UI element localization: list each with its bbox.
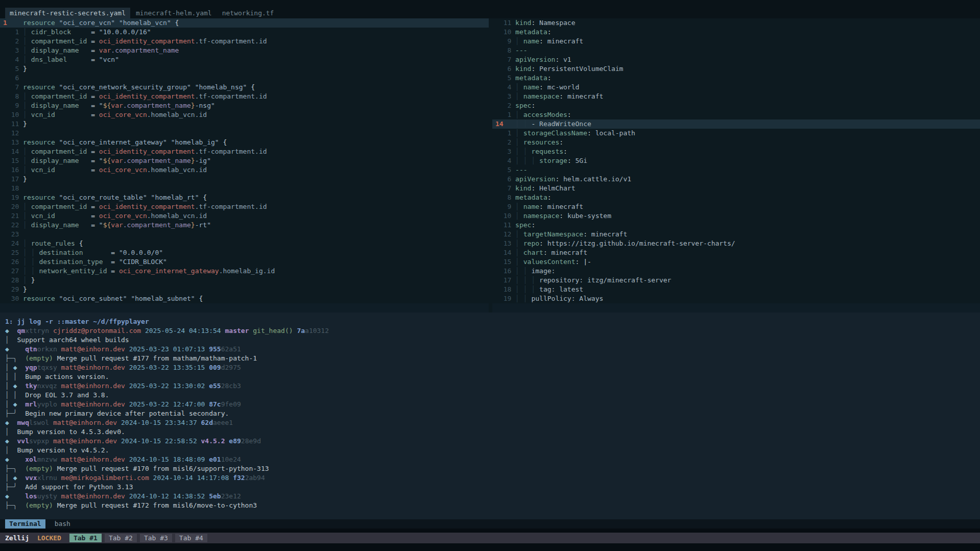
code-line[interactable]: 4│ dns_label = "vcn" (0, 55, 489, 64)
code-line[interactable]: 10│ vcn_id = oci_core_vcn.homelab_vcn.id (0, 110, 489, 119)
buffer-tab[interactable]: minecraft-helm.yaml (131, 8, 217, 18)
terminal-pane[interactable]: 1: jj log -r ::master ~/d/ffpyplayer ◆ q… (0, 313, 980, 519)
code-line[interactable]: 14│ compartment_id = oci_identity_compar… (0, 147, 489, 156)
code-line[interactable]: 9│ name: minecraft (492, 202, 980, 211)
code-line[interactable]: 5--- (492, 165, 980, 175)
syntax-span (543, 83, 547, 91)
syntax-span (543, 203, 547, 210)
code-line[interactable]: 25│ │ destination = "0.0.0.0/0" (0, 248, 489, 257)
syntax-span: Add support for Python 3.13 (25, 483, 133, 491)
code-line[interactable]: 30resource "oci_core_subnet" "homelab_su… (0, 294, 489, 303)
code-line[interactable]: 5} (0, 64, 489, 74)
code-line[interactable]: 6kind: PersistentVolumeClaim (492, 64, 980, 74)
syntax-span (519, 138, 523, 146)
syntax-span: vvx (25, 474, 37, 482)
code-line[interactable]: 9│ display_name = "${var.compartment_nam… (0, 101, 489, 110)
editor-pane-networking-tf[interactable]: 1resource "oci_core_vcn" "homelab_vcn" {… (0, 18, 489, 313)
code-line[interactable]: 17│ │ │ repository: itzg/minecraft-serve… (492, 276, 980, 285)
code-line[interactable]: 6apiVersion: helm.cattle.io/v1 (492, 175, 980, 184)
code-line[interactable]: 8metadata: (492, 193, 980, 202)
syntax-span: var (111, 157, 123, 164)
syntax-span: : (567, 111, 571, 118)
code-line[interactable]: 2spec: (492, 101, 980, 110)
zellij-tab[interactable]: Tab #2 (105, 534, 137, 542)
syntax-span (49, 437, 53, 445)
code-line[interactable]: 29} (0, 285, 489, 294)
code-line[interactable]: 18│ │ │ tag: latest (492, 285, 980, 294)
code-text: kind: Namespace (515, 18, 575, 28)
code-line[interactable]: 1│ cidr_block = "10.0.0.0/16" (0, 28, 489, 37)
zellij-tab[interactable]: Tab #3 (140, 534, 172, 542)
line-number: 3 (495, 147, 511, 156)
code-line[interactable]: 14│ │ - ReadWriteOnce (492, 119, 980, 129)
zellij-statusbar: Zellij LOCKED Tab #1Tab #2Tab #3Tab #4 (0, 533, 980, 543)
code-line[interactable]: 23 (0, 230, 489, 239)
terminal-tab[interactable]: Terminal (5, 519, 45, 529)
code-line[interactable]: 3│ display_name = var.compartment_name (0, 46, 489, 55)
syntax-span: tky (25, 382, 37, 390)
code-line[interactable]: 13resource "oci_core_internet_gateway" "… (0, 138, 489, 147)
code-line[interactable]: 12 (0, 129, 489, 138)
code-line[interactable]: 12│ targetNamespace: minecraft (492, 230, 980, 239)
code-line[interactable]: 3│ namespace: minecraft (492, 92, 980, 101)
code-line[interactable]: 2│ compartment_id = oci_identity_compart… (0, 37, 489, 46)
zellij-tab[interactable]: Tab #4 (175, 534, 207, 542)
code-line[interactable]: 1│ accessModes: (492, 110, 980, 119)
code-line[interactable]: 1resource "oci_core_vcn" "homelab_vcn" { (0, 18, 489, 28)
code-line[interactable]: 11} (0, 119, 489, 129)
code-line[interactable]: 19│ │ pullPolicy: Always (492, 294, 980, 303)
code-line[interactable]: 27│ │ network_entity_id = oci_core_inter… (0, 267, 489, 276)
code-line[interactable]: 20│ compartment_id = oci_identity_compar… (0, 202, 489, 211)
buffer-tab[interactable]: minecraft-restic-secrets.yaml (5, 8, 130, 18)
code-line[interactable]: 11kind: Namespace (492, 18, 980, 28)
code-line[interactable]: 10│ namespace: kube-system (492, 211, 980, 221)
code-line[interactable]: 7apiVersion: v1 (492, 55, 980, 64)
code-line[interactable]: 11spec: (492, 221, 980, 230)
line-number: 14 (495, 248, 511, 257)
code-line[interactable]: 15│ display_name = "${var.compartment_na… (0, 156, 489, 165)
syntax-span (519, 285, 523, 293)
code-line[interactable]: 21│ vcn_id = oci_core_vcn.homelab_vcn.id (0, 211, 489, 221)
code-line[interactable]: 3│ │ requests: (492, 147, 980, 156)
syntax-span: = (91, 148, 95, 155)
code-line[interactable]: 8--- (492, 46, 980, 55)
syntax-span: aeee1 (213, 419, 233, 426)
code-line[interactable]: 28│ } (0, 276, 489, 285)
code-line[interactable]: 6 (0, 74, 489, 83)
code-line[interactable]: 16│ │ image: (492, 267, 980, 276)
code-line[interactable]: 15│ valuesContent: |- (492, 257, 980, 267)
log-line: ├─╯ Begin new primary device after poten… (5, 409, 980, 418)
code-line[interactable]: 5metadata: (492, 74, 980, 83)
code-line[interactable]: 9│ name: minecraft (492, 37, 980, 46)
code-line[interactable]: 22│ display_name = "${var.compartment_na… (0, 221, 489, 230)
syntax-span: " (99, 102, 103, 109)
zellij-tab[interactable]: Tab #1 (69, 534, 102, 542)
code-line[interactable]: 19resource "oci_core_route_table" "homel… (0, 193, 489, 202)
code-line[interactable]: 24│ route_rules { (0, 239, 489, 248)
syntax-span (519, 249, 523, 256)
code-line[interactable]: 17} (0, 175, 489, 184)
syntax-span: "10.0.0.0/16" (99, 28, 151, 36)
code-line[interactable]: 8│ compartment_id = oci_identity_compart… (0, 92, 489, 101)
syntax-span: Drop EOL 3.7 and 3.8. (25, 391, 109, 399)
terminal-prompt[interactable]: log file: █ (5, 510, 980, 519)
code-line[interactable]: 4│ name: mc-world (492, 83, 980, 92)
syntax-span: oci_identity_compartment (99, 148, 195, 155)
code-line[interactable]: 16│ vcn_id = oci_core_vcn.homelab_vcn.id (0, 165, 489, 175)
buffer-tab[interactable]: networking.tf (218, 8, 279, 18)
code-text: │ │ pullPolicy: Always (515, 294, 603, 303)
code-line[interactable]: 1│ storageClassName: local-path (492, 129, 980, 138)
code-line[interactable]: 14│ chart: minecraft (492, 248, 980, 257)
code-line[interactable]: 13│ repo: https://itzg.github.io/minecra… (492, 239, 980, 248)
editor-pane-minecraft-helm-yaml[interactable]: 11kind: Namespace10metadata:9│ name: min… (492, 18, 980, 313)
code-line[interactable]: 10metadata: (492, 28, 980, 37)
syntax-span (571, 157, 576, 164)
syntax-span: │ (515, 138, 519, 146)
code-line[interactable]: 2│ resources: (492, 138, 980, 147)
code-line[interactable]: 26│ │ destination_type = "CIDR_BLOCK" (0, 257, 489, 267)
terminal-tab[interactable]: bash (51, 519, 75, 529)
code-line[interactable]: 4│ │ │ storage: 5Gi (492, 156, 980, 165)
code-line[interactable]: 7resource "oci_core_network_security_gro… (0, 83, 489, 92)
code-line[interactable]: 18 (0, 184, 489, 193)
code-line[interactable]: 7kind: HelmChart (492, 184, 980, 193)
